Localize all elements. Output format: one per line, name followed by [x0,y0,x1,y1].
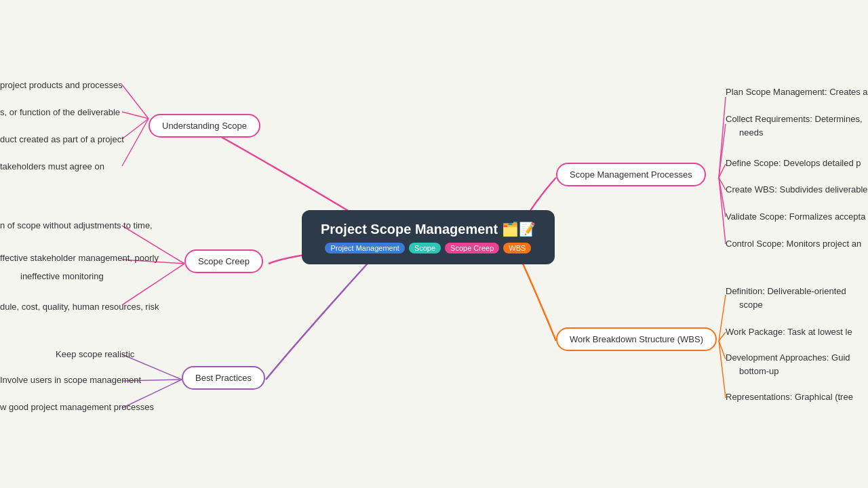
branch-label: Work Breakdown Structure (WBS) [570,334,703,344]
leaf-smp-6: Validate Scope: Formalizes accepta [726,211,865,222]
leaf-smp-5: Create WBS: Subdivides deliverable [726,184,868,195]
leaf-smp-3: needs [739,127,763,138]
svg-line-3 [122,119,149,166]
leaf-smp-7: Control Scope: Monitors project an [726,239,861,249]
leaf-wbs-6: Representations: Graphical (tree [726,392,853,402]
leaf-scopecreep-1: n of scope without adjustments to time, [0,220,153,230]
leaf-scopecreep-3: ineffective monitoring [20,271,104,281]
leaf-scopecreep-2: ffective stakeholder management, poorly [0,253,159,263]
svg-line-0 [122,85,149,119]
leaf-wbs-2: scope [739,300,763,310]
tag-scope: Scope [409,243,441,253]
tag-wbs: WBS [503,243,531,253]
svg-line-17 [719,332,726,341]
svg-line-18 [719,341,726,359]
leaf-understanding-2: s, or function of the deliverable [0,107,120,117]
center-node[interactable]: Project Scope Management 🗂️📝 Project Man… [302,210,555,264]
leaf-smp-1: Plan Scope Management: Creates a [726,87,868,97]
branch-label: Scope Creep [198,256,250,266]
svg-line-13 [719,178,726,190]
svg-line-1 [122,112,149,119]
mindmap-canvas: Project Scope Management 🗂️📝 Project Man… [0,0,868,488]
leaf-smp-2: Collect Requirements: Determines, [726,114,863,124]
leaf-wbs-5: bottom-up [739,366,779,376]
svg-line-2 [122,119,149,139]
svg-line-12 [719,164,726,178]
branch-understanding-scope[interactable]: Understanding Scope [149,114,260,138]
leaf-bestpractices-2: Involve users in scope management [0,375,141,385]
branch-label: Best Practices [195,373,252,383]
leaf-bestpractices-1: Keep scope realistic [56,349,134,359]
leaf-wbs-3: Work Package: Task at lowest le [726,327,852,337]
branch-label: Understanding Scope [162,121,247,131]
svg-line-11 [719,124,726,178]
tag-scope-creep: Scope Creep [445,243,499,253]
branch-label: Scope Management Processes [570,169,692,180]
leaf-understanding-1: project products and processes [0,80,123,90]
svg-line-10 [719,97,726,178]
center-node-label: Project Scope Management 🗂️📝 [321,221,536,237]
center-node-tags: Project Management Scope Scope Creep WBS [325,243,531,253]
leaf-understanding-4: takeholders must agree on [0,161,104,171]
svg-line-16 [719,295,726,341]
tag-project-management: Project Management [325,243,405,253]
branch-best-practices[interactable]: Best Practices [182,366,265,390]
leaf-scopecreep-4: dule, cost, quality, human resources, ri… [0,302,159,312]
leaf-understanding-3: duct created as part of a project [0,134,124,144]
branch-scope-creep[interactable]: Scope Creep [184,249,263,273]
branch-scope-management-processes[interactable]: Scope Management Processes [556,163,706,186]
leaf-smp-4: Define Scope: Develops detailed p [726,158,861,168]
svg-line-14 [719,178,726,217]
svg-line-15 [719,178,726,244]
leaf-wbs-1: Definition: Deliverable-oriented [726,286,846,296]
svg-line-6 [122,264,184,305]
leaf-bestpractices-3: w good project management processes [0,402,154,412]
leaf-wbs-4: Development Approaches: Guid [726,352,850,363]
svg-line-19 [719,341,726,398]
branch-wbs[interactable]: Work Breakdown Structure (WBS) [556,327,717,351]
